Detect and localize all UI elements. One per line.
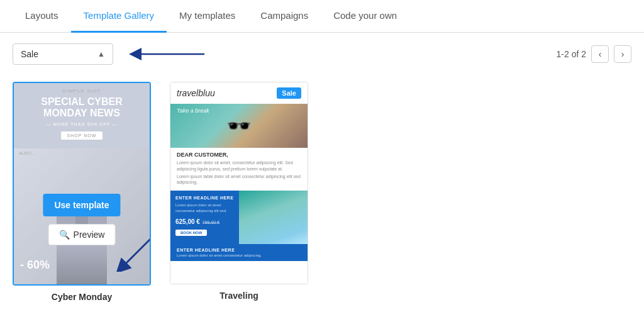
tv-blue-section: ENTER HEADLINE HERE Lorem ipsum dolor si… — [170, 191, 239, 244]
tv-dear-section: DEAR CUSTOMER, Lorem ipsum dolor sit ame… — [170, 148, 308, 188]
tv-lorem-text: Lorem ipsum dolor sit amet, consectetur … — [177, 160, 301, 172]
tv-header: travelbluu Sale — [170, 82, 308, 104]
preview-label: Preview — [74, 230, 105, 240]
tv-image-section — [239, 191, 308, 244]
pagination-info: 1-2 of 2 — [557, 49, 586, 59]
traveling-preview: travelbluu Sale Take a break 🕶️ DEAR CUS… — [170, 82, 308, 284]
tv-lorem-white: Lorem ipsum dolor sit amet consectetur a… — [175, 203, 234, 213]
chevron-down-icon: ▲ — [97, 50, 105, 58]
card-label-cyber-monday: Cyber Monday — [13, 292, 151, 302]
tab-layouts[interactable]: Layouts — [13, 0, 71, 33]
card-label-traveling: Traveling — [170, 291, 308, 301]
annotation-arrow-diagonal — [111, 234, 151, 274]
tv-lorem-text-2: Lorem ipsum table dolor sit amet consect… — [177, 174, 301, 186]
annotation-arrow-container — [126, 43, 208, 65]
tv-price-old: 799,00 € — [203, 220, 219, 225]
tv-hero-image: Take a break 🕶️ — [170, 104, 308, 148]
toolbar-left: Sale ▲ — [13, 43, 208, 65]
tv-enter-headline-bottom: ENTER HEADLINE HERE — [177, 248, 301, 252]
toolbar: Sale ▲ 1-2 of 2 ‹ › — [0, 33, 644, 75]
tv-bottom-grid: ENTER HEADLINE HERE Lorem ipsum dolor si… — [170, 191, 308, 244]
diagonal-arrow-svg — [111, 234, 151, 272]
tv-lorem-bottom: Lorem ipsum dolor sit amet consectetur a… — [177, 253, 301, 257]
tv-book-btn: BOOK NOW — [175, 230, 207, 236]
template-card-cyber-monday[interactable]: SIMPLE SUIT SPECIAL CYBER MONDAY NEWS — … — [13, 82, 151, 302]
tab-template-gallery[interactable]: Template Gallery — [71, 0, 167, 33]
tv-price: 625,00 € — [175, 218, 200, 225]
pagination-prev-button[interactable]: ‹ — [591, 45, 609, 63]
tv-bottom-blue: ENTER HEADLINE HERE Lorem ipsum dolor si… — [170, 244, 308, 261]
tv-brand: travelbluu — [177, 88, 215, 98]
card-image-traveling: travelbluu Sale Take a break 🕶️ DEAR CUS… — [170, 82, 308, 284]
tv-sale-badge: Sale — [277, 87, 301, 99]
filter-dropdown[interactable]: Sale ▲ — [13, 43, 113, 65]
card-image-cyber-monday: SIMPLE SUIT SPECIAL CYBER MONDAY NEWS — … — [13, 82, 151, 286]
preview-button[interactable]: 🔍 Preview — [48, 224, 116, 245]
use-template-button[interactable]: Use template — [43, 194, 120, 216]
tv-take-break: Take a break — [177, 108, 209, 114]
templates-grid: SIMPLE SUIT SPECIAL CYBER MONDAY NEWS — … — [0, 75, 644, 321]
pagination: 1-2 of 2 ‹ › — [557, 45, 631, 63]
search-icon: 🔍 — [59, 230, 70, 240]
template-card-traveling[interactable]: travelbluu Sale Take a break 🕶️ DEAR CUS… — [170, 82, 308, 301]
tab-code-your-own[interactable]: Code your own — [321, 0, 409, 33]
filter-selected-value: Sale — [21, 49, 38, 59]
tabs-bar: Layouts Template Gallery My templates Ca… — [0, 0, 644, 33]
tab-campaigns[interactable]: Campaigns — [248, 0, 321, 33]
tv-headline-blue: ENTER HEADLINE HERE — [175, 196, 234, 200]
tab-my-templates[interactable]: My templates — [167, 0, 248, 33]
tv-dear-heading: DEAR CUSTOMER, — [177, 152, 301, 158]
annotation-arrow-svg — [126, 43, 208, 65]
pagination-next-button[interactable]: › — [614, 45, 631, 63]
